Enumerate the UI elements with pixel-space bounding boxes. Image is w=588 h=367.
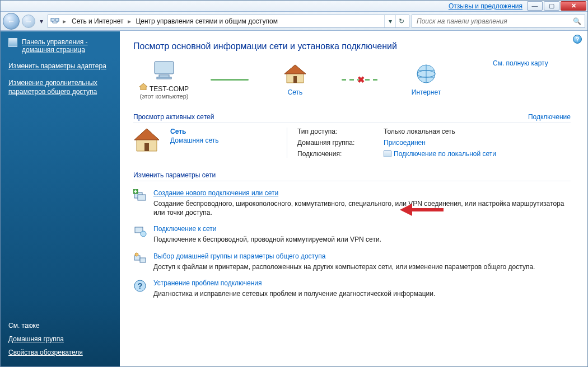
active-network-icon: [133, 128, 160, 152]
network-map: TEST-COMP (этот компьютер) Сеть ✖: [133, 59, 571, 100]
svg-marker-12: [134, 129, 159, 140]
svg-point-21: [135, 253, 138, 256]
map-network-label[interactable]: Сеть: [288, 88, 303, 96]
map-computer-label: TEST-COMP: [150, 85, 189, 93]
lan-connection-link[interactable]: Подключение по локальной сети: [394, 150, 496, 158]
homegroup-label: Домашняя группа:: [297, 139, 376, 147]
address-dropdown-button[interactable]: ▾: [384, 15, 395, 27]
connection-line-ok: [211, 79, 249, 81]
network-house-icon: [282, 63, 308, 85]
arrow-right-icon: →: [25, 17, 32, 26]
svg-rect-0: [51, 18, 54, 21]
body: Панель управления - домашняя страница Из…: [1, 31, 587, 366]
chevron-right-icon: ▸: [127, 17, 132, 25]
svg-text:?: ?: [138, 281, 143, 290]
lan-icon: [384, 150, 391, 157]
task-connect-network-link[interactable]: Подключение к сети: [153, 225, 381, 233]
active-network-type[interactable]: Домашняя сеть: [170, 137, 277, 144]
task-homegroup: Выбор домашней группы и параметры общего…: [133, 252, 571, 271]
connections-label: Подключения:: [297, 150, 376, 158]
svg-rect-15: [138, 195, 146, 200]
nav-history-dropdown[interactable]: ▾: [38, 15, 45, 27]
breadcrumb-seg-center[interactable]: Центр управления сетями и общим доступом: [133, 16, 280, 26]
address-bar[interactable]: ▸ Сеть и Интернет ▸ Центр управления сет…: [48, 15, 409, 28]
feedback-link[interactable]: Отзывы и предложения: [449, 2, 522, 10]
map-node-internet: Интернет: [395, 63, 457, 96]
task-homegroup-desc: Доступ к файлам и принтерам, расположенн…: [153, 262, 535, 271]
task-troubleshoot: ? Устранение проблем подключения Диагнос…: [133, 279, 571, 298]
network-details-grid: Тип доступа: Только локальная сеть Домаш…: [287, 128, 496, 158]
connect-network-icon: [133, 225, 147, 238]
task-new-connection-desc: Создание беспроводного, широкополосного,…: [153, 199, 571, 217]
task-connect-network: Подключение к сети Подключение к беспров…: [133, 225, 571, 244]
connection-line-broken: ✖: [342, 79, 380, 81]
homegroup-icon: [133, 252, 147, 266]
sidebar-link-sharing-settings[interactable]: Изменение дополнительных параметров обще…: [8, 78, 112, 96]
svg-rect-13: [144, 143, 149, 151]
maximize-button[interactable]: ▢: [544, 1, 559, 11]
svg-rect-8: [293, 76, 297, 83]
sidebar-link-adapter-settings[interactable]: Изменить параметры адаптера: [8, 62, 112, 70]
svg-rect-1: [55, 18, 59, 21]
titlebar: Отзывы и предложения — ▢ ✕: [1, 1, 587, 12]
task-troubleshoot-link[interactable]: Устранение проблем подключения: [153, 279, 435, 287]
help-icon: ?: [576, 36, 580, 43]
maximize-icon: ▢: [549, 3, 554, 9]
computer-icon: [151, 59, 177, 82]
map-internet-label[interactable]: Интернет: [412, 88, 441, 96]
map-node-computer: TEST-COMP (этот компьютер): [133, 59, 195, 100]
globe-icon: [413, 63, 439, 85]
chevron-right-icon: ▸: [62, 17, 67, 25]
svg-marker-5: [139, 83, 147, 90]
access-type-value: Только локальная сеть: [384, 128, 496, 135]
see-also-heading: См. также: [8, 322, 112, 330]
refresh-button[interactable]: ↻: [395, 15, 407, 27]
svg-marker-7: [284, 65, 306, 74]
sidebar-link-internet-options[interactable]: Свойства обозревателя: [8, 349, 112, 356]
search-icon: 🔍: [573, 17, 581, 25]
new-connection-icon: [133, 189, 147, 203]
minimize-icon: —: [532, 3, 538, 9]
search-input[interactable]: [416, 17, 573, 26]
minimize-button[interactable]: —: [527, 1, 543, 11]
breadcrumb-seg-network[interactable]: Сеть и Интернет: [69, 16, 125, 26]
change-settings-heading: Изменить параметры сети: [133, 171, 571, 181]
close-icon: ✕: [571, 3, 576, 9]
active-networks-heading: Просмотр активных сетей: [133, 113, 214, 121]
access-type-label: Тип доступа:: [297, 128, 376, 135]
home-overlay-icon: [139, 83, 147, 92]
svg-rect-3: [159, 75, 169, 77]
svg-point-18: [141, 231, 146, 237]
task-new-connection-link[interactable]: Создание нового подключения или сети: [153, 189, 571, 197]
navbar: ← → ▾ ▸ Сеть и Интернет ▸ Центр управлен…: [1, 12, 587, 31]
task-troubleshoot-desc: Диагностика и исправление сетевых пробле…: [153, 289, 435, 298]
control-panel-window: Отзывы и предложения — ▢ ✕ ← → ▾ ▸ Сеть …: [0, 0, 588, 367]
nav-forward-button[interactable]: →: [22, 15, 35, 28]
see-full-map-link[interactable]: См. полную карту: [493, 59, 548, 67]
svg-rect-4: [157, 77, 171, 79]
task-new-connection: Создание нового подключения или сети Соз…: [133, 189, 571, 217]
close-button[interactable]: ✕: [561, 1, 586, 11]
control-panel-icon: [8, 38, 17, 47]
homegroup-value-link[interactable]: Присоединен: [384, 139, 496, 147]
content: ? Посмотр основной информации сети и уст…: [120, 31, 587, 366]
help-button[interactable]: ?: [573, 35, 582, 44]
connections-value: Подключение по локальной сети: [384, 150, 496, 158]
active-network-name[interactable]: Сеть: [170, 128, 277, 135]
nav-back-button[interactable]: ←: [3, 13, 20, 30]
map-computer-sublabel: (этот компьютер): [139, 93, 188, 100]
breadcrumb: Сеть и Интернет ▸ Центр управления сетям…: [69, 16, 382, 26]
connection-header-link[interactable]: Подключение: [528, 113, 571, 121]
map-node-network: Сеть: [264, 63, 326, 96]
search-box[interactable]: 🔍: [412, 15, 585, 28]
task-homegroup-link[interactable]: Выбор домашней группы и параметры общего…: [153, 252, 535, 260]
arrow-left-icon: ←: [7, 17, 15, 26]
sidebar: Панель управления - домашняя страница Из…: [1, 31, 120, 366]
connection-broken-icon: ✖: [357, 74, 365, 85]
control-panel-home-label: Панель управления - домашняя страница: [22, 38, 112, 54]
control-panel-home-link[interactable]: Панель управления - домашняя страница: [8, 38, 112, 54]
svg-rect-2: [155, 62, 174, 74]
troubleshoot-icon: ?: [133, 279, 147, 293]
svg-rect-20: [140, 258, 146, 262]
sidebar-link-homegroup[interactable]: Домашняя группа: [8, 335, 112, 343]
